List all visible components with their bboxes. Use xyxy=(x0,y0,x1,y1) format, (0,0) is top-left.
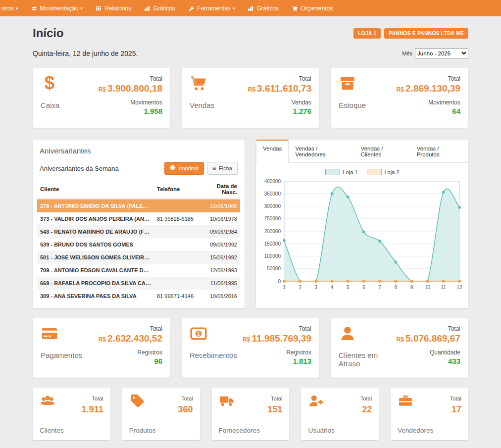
birthday-row[interactable]: 309 - ANA SEVERINA PAES DA SILVA81 99671… xyxy=(37,290,240,302)
birthdays-table: Cliente Telefone Data de Nasc. 278 - ANT… xyxy=(37,180,240,302)
count-value: 151 xyxy=(267,404,282,415)
nav-item-label: Relatórios xyxy=(104,5,131,12)
total-label: Total xyxy=(99,75,162,82)
tab-vendas-vendedores[interactable]: Vendas / Vendedores xyxy=(289,140,354,162)
bar-chart-icon xyxy=(144,5,150,11)
company-button[interactable]: PANNOS E PANNOS LTDA ME xyxy=(384,28,468,39)
cart-icon xyxy=(292,5,298,11)
count-value: 1.911 xyxy=(82,404,103,415)
svg-text:250000: 250000 xyxy=(264,216,281,221)
birthday-row[interactable]: 373 - VALDIR DOS ANJOS PEREIRA (AN…81 99… xyxy=(37,212,240,225)
svg-text:400000: 400000 xyxy=(264,179,281,184)
birthday-row[interactable]: 501 - JOSE WELISSON GOMES OLIVEIR…15/06/… xyxy=(37,251,240,264)
tab-vendas-produtos[interactable]: Vendas / Produtos xyxy=(410,140,468,162)
nav-item-label: stros xyxy=(1,5,14,12)
stat-label: Clientes em Atraso xyxy=(339,351,397,368)
chevron-down-icon: ▾ xyxy=(81,6,83,11)
legend-label-loja1: Loja 1 xyxy=(343,169,358,175)
cell-data-nasc: 11/06/1995 xyxy=(201,277,240,290)
bar-chart-icon xyxy=(248,5,253,11)
count-label: Vendas xyxy=(248,99,311,106)
cell-data-nasc: 10/06/1978 xyxy=(201,212,240,225)
nav-item-label: Ferramentas xyxy=(197,5,231,12)
tag-icon xyxy=(129,394,145,415)
credit-card-icon xyxy=(41,325,82,344)
currency-symbol: R$ xyxy=(397,336,404,343)
birthdays-panel: Aniversariantes Aniversariantes da Seman… xyxy=(33,140,245,308)
birthday-row[interactable]: 543 - RENATO MARINHO DE ARAUJO (F…09/06/… xyxy=(37,225,240,238)
svg-text:350000: 350000 xyxy=(264,191,281,197)
tab-vendas-clientes[interactable]: Vendas / Clientes xyxy=(354,140,410,162)
stat-label: Estoque xyxy=(339,101,366,109)
stat-label: Fornecedores xyxy=(219,427,283,434)
cell-data-nasc: 12/06/1993 xyxy=(201,264,240,277)
total-label: Total xyxy=(397,75,460,82)
total-value: 2.869.130,39 xyxy=(405,83,460,94)
total-value: 3.611.610,73 xyxy=(257,83,311,94)
nav-item-label: Gráficos xyxy=(153,5,175,12)
birthday-row[interactable]: 709 - ANTONIO EDSON CAVALCANTE D…12/06/1… xyxy=(37,264,240,277)
nav-item-cadastros[interactable]: stros ▾ xyxy=(0,0,25,16)
count-value: 360 xyxy=(178,404,193,415)
nav-item-relatorios[interactable]: Relatórios xyxy=(89,0,138,16)
cell-cliente: 539 - BRUNO DOS SANTOS GOMES xyxy=(37,238,154,251)
count-label: Quantidade xyxy=(397,349,460,356)
birthdays-subtitle: Aniversariantes da Semana xyxy=(40,165,119,172)
svg-text:5: 5 xyxy=(346,285,349,290)
tab-vendas[interactable]: Vendas xyxy=(256,140,289,163)
stats-row-1: $ Caixa Total R$3.900.800,18 Movimentos … xyxy=(33,68,468,128)
money-bill-icon: 1 xyxy=(190,325,237,344)
pagamentos-card: Pagamentos Total R$2.632.430,52 Registro… xyxy=(33,318,170,378)
report-table-icon xyxy=(96,5,101,11)
ficha-button[interactable]: ≡ Ficha xyxy=(207,162,238,175)
print-button[interactable]: Imprimir xyxy=(164,162,204,175)
print-button-label: Imprimir xyxy=(179,165,199,171)
nav-item-graficos[interactable]: Gráficos xyxy=(138,0,182,16)
count-value: 1.276 xyxy=(248,107,311,115)
archive-box-icon xyxy=(339,75,366,94)
count-label: Movimentos xyxy=(99,99,162,106)
currency-symbol: R$ xyxy=(397,86,404,93)
chart-legend: Loja 1 Loja 2 xyxy=(256,169,468,175)
month-select[interactable]: Junho - 2025 xyxy=(415,48,468,58)
cell-telefone xyxy=(154,225,201,238)
count-label: Registros xyxy=(243,349,311,356)
cell-cliente: 543 - RENATO MARINHO DE ARAUJO (F… xyxy=(37,225,154,238)
user-plus-icon xyxy=(308,394,324,415)
svg-text:8: 8 xyxy=(394,285,397,290)
svg-text:11: 11 xyxy=(441,285,446,290)
nav-item-ferramentas[interactable]: Ferramentas ▾ xyxy=(182,0,242,16)
total-label: Total xyxy=(397,325,460,332)
birthday-row[interactable]: 539 - BRUNO DOS SANTOS GOMES09/06/1992 xyxy=(37,238,240,251)
list-icon: ≡ xyxy=(212,165,216,171)
count-value: 17 xyxy=(450,404,461,415)
birthday-row[interactable]: 669 - RAFAELA PROCOPIO DA SILVA CA…11/06… xyxy=(37,277,240,290)
nav-item-graficos-2[interactable]: Gráficos xyxy=(241,0,285,16)
total-value: 5.076.869,67 xyxy=(405,333,460,344)
cell-telefone xyxy=(154,277,201,290)
cell-telefone: 81 99828-6185 xyxy=(154,212,201,225)
chevron-down-icon: ▾ xyxy=(16,6,18,11)
total-label: Total xyxy=(99,325,162,332)
cell-cliente: 309 - ANA SEVERINA PAES DA SILVA xyxy=(37,290,154,302)
svg-text:2: 2 xyxy=(299,285,301,290)
people-icon xyxy=(40,394,55,415)
birthday-row[interactable]: 278 - ANTONIO EMIDIO DA SILVA (PALE…12/0… xyxy=(37,199,240,212)
person-icon xyxy=(339,325,397,344)
cell-telefone xyxy=(154,264,201,277)
svg-text:9: 9 xyxy=(410,285,413,290)
sales-tabs: Vendas Vendas / Vendedores Vendas / Clie… xyxy=(256,140,468,163)
currency-symbol: R$ xyxy=(99,336,106,343)
svg-text:300000: 300000 xyxy=(264,203,281,209)
nav-item-movimentacao[interactable]: Movimentação ▾ xyxy=(25,0,90,16)
store-button[interactable]: LOJA 1 xyxy=(353,28,381,39)
estoque-card: Estoque Total R$2.869.130,39 Movimentos … xyxy=(331,68,468,128)
chevron-down-icon: ▾ xyxy=(233,6,235,11)
cell-data-nasc: 15/06/1992 xyxy=(201,251,240,264)
nav-item-orcamentos[interactable]: Orçamentos xyxy=(285,0,339,16)
ficha-button-label: Ficha xyxy=(219,165,232,171)
nav-item-label: Gráficos xyxy=(256,5,279,12)
count-value: 22 xyxy=(360,404,372,415)
svg-text:12: 12 xyxy=(456,285,462,290)
cell-cliente: 669 - RAFAELA PROCOPIO DA SILVA CA… xyxy=(37,277,154,290)
